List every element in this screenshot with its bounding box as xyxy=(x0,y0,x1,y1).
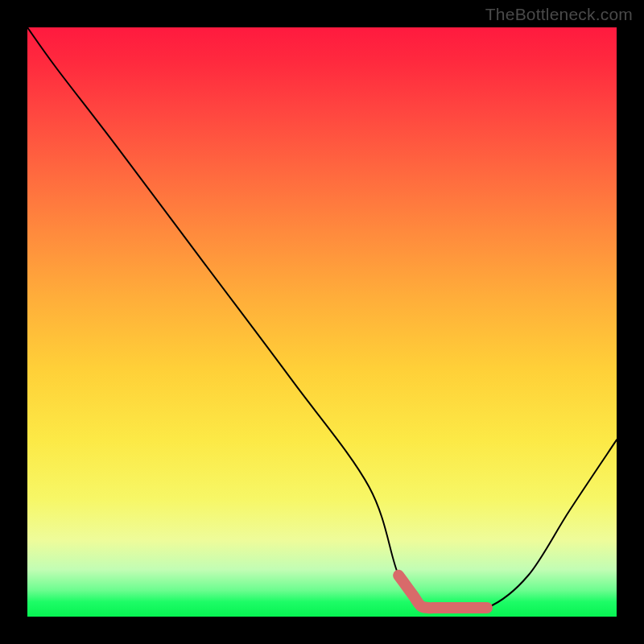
bottleneck-curve-line xyxy=(27,27,617,610)
chart-plot-area xyxy=(27,27,617,617)
bottleneck-curve-highlight xyxy=(398,576,487,608)
chart-svg xyxy=(27,27,617,617)
watermark-text: TheBottleneck.com xyxy=(485,5,633,24)
